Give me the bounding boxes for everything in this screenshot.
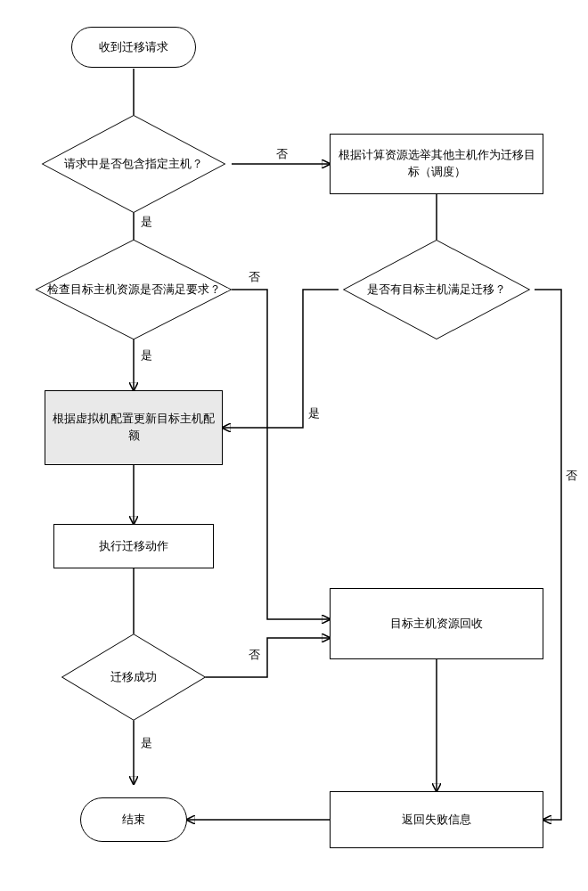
- decision-check-resources-label: 检查目标主机资源是否满足要求？: [47, 282, 221, 298]
- edge-label-no: 否: [249, 269, 260, 285]
- terminator-end: 结束: [80, 797, 187, 842]
- process-reclaim-label: 目标主机资源回收: [390, 616, 483, 633]
- decision-has-host-label: 请求中是否包含指定主机？: [64, 156, 203, 172]
- process-schedule-label: 根据计算资源选举其他主机作为迁移目标（调度）: [336, 147, 537, 181]
- decision-success: 迁移成功: [62, 649, 205, 706]
- edge-label-yes: 是: [308, 405, 320, 421]
- process-schedule: 根据计算资源选举其他主机作为迁移目标（调度）: [330, 134, 543, 194]
- decision-check-resources: 检查目标主机资源是否满足要求？: [27, 257, 241, 323]
- process-return-failure-label: 返回失败信息: [402, 812, 471, 829]
- process-update-quota: 根据虚拟机配置更新目标主机配额: [45, 390, 223, 465]
- edge-label-yes: 是: [141, 347, 152, 364]
- process-execute: 执行迁移动作: [53, 524, 214, 568]
- edge-label-no: 否: [276, 146, 288, 162]
- edge-label-no: 否: [566, 468, 577, 484]
- process-return-failure: 返回失败信息: [330, 791, 543, 848]
- decision-has-target: 是否有目标主机满足迁移？: [339, 257, 535, 323]
- process-execute-label: 执行迁移动作: [99, 538, 168, 555]
- flowchart-canvas: 收到迁移请求 请求中是否包含指定主机？ 根据计算资源选举其他主机作为迁移目标（调…: [0, 0, 588, 891]
- process-reclaim: 目标主机资源回收: [330, 588, 543, 659]
- decision-has-host: 请求中是否包含指定主机？: [36, 132, 232, 196]
- terminator-end-label: 结束: [122, 812, 145, 829]
- terminator-start-label: 收到迁移请求: [99, 39, 168, 56]
- edge-label-yes: 是: [141, 214, 152, 230]
- decision-has-target-label: 是否有目标主机满足迁移？: [367, 282, 506, 298]
- edge-label-yes: 是: [141, 735, 152, 751]
- decision-success-label: 迁移成功: [110, 669, 157, 685]
- terminator-start: 收到迁移请求: [71, 27, 196, 68]
- edge-label-no: 否: [249, 647, 260, 663]
- process-update-quota-label: 根据虚拟机配置更新目标主机配额: [51, 411, 216, 445]
